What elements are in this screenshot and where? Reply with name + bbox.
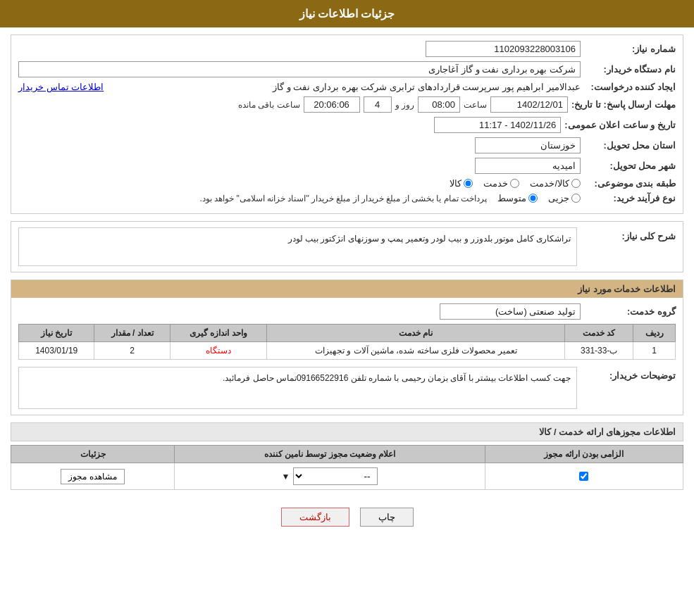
announcement-label: تاریخ و ساعت اعلان عمومی: — [564, 120, 676, 130]
col-date: تاریخ نیاز — [19, 325, 94, 342]
services-body: گروه خدمت: تولید صنعتی (ساخت) ردیف کد خد… — [11, 298, 683, 415]
permits-section: الزامی بودن ارائه مجوز اعلام وضعیت مجوز … — [11, 445, 683, 490]
description-value: تراشکاری کامل موتور بلدوزر و بیب لودر وت… — [18, 227, 577, 266]
category-option-kala[interactable]: کالا — [450, 178, 473, 189]
requester-row: ایجاد کننده درخواست: عبدالامیر ابراهیم پ… — [18, 82, 676, 92]
description-body: شرح کلی نیاز: تراشکاری کامل موتور بلدوزر… — [11, 222, 683, 272]
permit-status-select[interactable]: -- — [293, 467, 378, 485]
category-option-kala-khedmat[interactable]: کالا/خدمت — [530, 178, 581, 189]
buyer-dept-label: نام دستگاه خریدار: — [584, 64, 676, 75]
main-content: شماره نیاز: 1102093228003106 نام دستگاه … — [0, 27, 694, 548]
deadline-label: مهلت ارسال پاسخ: تا تاریخ: — [571, 99, 676, 110]
category-radio-khedmat[interactable] — [510, 179, 519, 188]
permit-required-checkbox-wrapper — [491, 472, 677, 481]
purchase-type-radio-jozii[interactable] — [571, 194, 581, 203]
services-header: اطلاعات خدمات مورد نیاز — [11, 280, 683, 298]
permits-title-bar: اطلاعات مجوزهای ارائه خدمت / کالا — [11, 422, 683, 441]
province-row: استان محل تحویل: خوزستان — [18, 137, 676, 153]
row-num: 1 — [633, 342, 676, 360]
main-info-card: شماره نیاز: 1102093228003106 نام دستگاه … — [11, 34, 683, 214]
row-service-name: تعمیر محصولات فلزی ساخته شده، ماشین آلات… — [267, 342, 565, 360]
purchase-type-option-motevaset[interactable]: متوسط — [497, 193, 538, 203]
row-code: ب-33-331 — [565, 342, 633, 360]
requester-label: ایجاد کننده درخواست: — [584, 82, 676, 92]
need-number-value: 1102093228003106 — [426, 41, 581, 57]
col-qty: تعداد / مقدار — [94, 325, 170, 342]
services-table: ردیف کد خدمت نام خدمت واحد اندازه گیری ت… — [18, 324, 676, 360]
purchase-type-label-motevaset: متوسط — [497, 193, 526, 203]
deadline-remaining: 20:06:06 — [304, 96, 360, 113]
row-qty: 2 — [94, 342, 170, 360]
purchase-type-radio-group: جزیی متوسط — [497, 193, 581, 203]
page-wrapper: جزئیات اطلاعات نیاز شماره نیاز: 11020932… — [0, 0, 694, 616]
category-radio-kala[interactable] — [464, 179, 473, 188]
back-button[interactable]: بازگشت — [281, 508, 349, 527]
page-title: جزئیات اطلاعات نیاز — [299, 8, 395, 20]
permits-table: الزامی بودن ارائه مجوز اعلام وضعیت مجوز … — [11, 445, 683, 490]
description-label: شرح کلی نیاز: — [584, 227, 676, 241]
notes-label: توضیحات خریدار: — [584, 367, 676, 381]
purchase-type-note: پرداخت تمام یا بخشی از مبلغ خریدار از مب… — [199, 194, 487, 203]
province-value: خوزستان — [475, 137, 581, 153]
main-info-body: شماره نیاز: 1102093228003106 نام دستگاه … — [11, 35, 683, 213]
buyer-dept-value: شرکت بهره برداری نفت و گاز آغاجاری — [18, 61, 581, 77]
permit-details-cell: مشاهده مجوز — [11, 463, 175, 490]
deadline-days-label: روز و — [395, 100, 414, 110]
deadline-time-label: ساعت — [464, 100, 487, 110]
announcement-row: تاریخ و ساعت اعلان عمومی: 1402/11/26 - 1… — [18, 117, 676, 133]
category-radio-group: کالا/خدمت خدمت کالا — [450, 178, 581, 189]
service-group-row: گروه خدمت: تولید صنعتی (ساخت) — [18, 303, 676, 320]
purchase-type-row: نوع فرآیند خرید: جزیی متوسط پرداخت تمام … — [18, 193, 676, 203]
col-name: نام خدمت — [267, 325, 565, 342]
deadline-date: 1402/12/01 — [490, 96, 568, 113]
category-label-kala: کالا — [450, 178, 461, 189]
notes-row: توضیحات خریدار: جهت کسب اطلاعات بیشتر با… — [18, 367, 676, 409]
city-value: امیدیه — [475, 158, 581, 174]
category-radio-kala-khedmat[interactable] — [571, 179, 581, 188]
row-date: 1403/01/19 — [19, 342, 94, 360]
category-label-khedmat: خدمت — [483, 178, 508, 189]
col-row-num: ردیف — [633, 325, 676, 342]
purchase-type-label-jozii: جزیی — [548, 193, 569, 203]
city-label: شهر محل تحویل: — [584, 161, 676, 171]
purchase-type-label: نوع فرآیند خرید: — [584, 193, 676, 203]
permit-status-cell: -- ▼ — [175, 463, 485, 490]
requester-contact-link[interactable]: اطلاعات تماس خریدار — [18, 82, 104, 92]
deadline-row: مهلت ارسال پاسخ: تا تاریخ: 1402/12/01 سا… — [18, 96, 676, 113]
permit-view-button[interactable]: مشاهده مجوز — [61, 469, 124, 484]
purchase-type-radio-motevaset[interactable] — [528, 194, 538, 203]
print-button[interactable]: چاپ — [360, 508, 414, 527]
service-group-label: گروه خدمت: — [584, 306, 676, 317]
need-number-row: شماره نیاز: 1102093228003106 — [18, 41, 676, 57]
permit-required-cell — [485, 463, 683, 490]
services-card: اطلاعات خدمات مورد نیاز گروه خدمت: تولید… — [11, 279, 683, 415]
announcement-value: 1402/11/26 - 11:17 — [434, 117, 561, 133]
category-label: طبقه بندی موضوعی: — [584, 178, 676, 189]
city-row: شهر محل تحویل: امیدیه — [18, 158, 676, 174]
page-header: جزئیات اطلاعات نیاز — [0, 0, 694, 27]
category-label-kala-khedmat: کالا/خدمت — [530, 178, 569, 189]
purchase-type-option-jozii[interactable]: جزیی — [548, 193, 581, 203]
deadline-time: 08:00 — [418, 96, 460, 113]
province-label: استان محل تحویل: — [584, 140, 676, 151]
category-option-khedmat[interactable]: خدمت — [483, 178, 519, 189]
permit-status-inner: -- ▼ — [180, 467, 479, 485]
permit-col-required: الزامی بودن ارائه مجوز — [485, 446, 683, 463]
table-row: 1 ب-33-331 تعمیر محصولات فلزی ساخته شده،… — [19, 342, 676, 360]
requester-value: عبدالامیر ابراهیم پور سرپرست قراردادهای … — [111, 82, 581, 92]
notes-value: جهت کسب اطلاعات بیشتر با آقای بزمان رحیم… — [18, 367, 577, 409]
permit-dropdown-icon: ▼ — [282, 472, 290, 482]
description-card: شرح کلی نیاز: تراشکاری کامل موتور بلدوزر… — [11, 221, 683, 272]
deadline-remaining-label: ساعت باقی مانده — [238, 100, 300, 110]
col-unit: واحد اندازه گیری — [170, 325, 267, 342]
permit-required-checkbox[interactable] — [579, 472, 588, 481]
permit-col-details: جزئیات — [11, 446, 175, 463]
col-code: کد خدمت — [565, 325, 633, 342]
permit-col-status: اعلام وضعیت مجوز توسط نامین کننده — [175, 446, 485, 463]
buyer-dept-row: نام دستگاه خریدار: شرکت بهره برداری نفت … — [18, 61, 676, 77]
row-unit: دستگاه — [170, 342, 267, 360]
footer-buttons: چاپ بازگشت — [11, 497, 683, 541]
service-group-value: تولید صنعتی (ساخت) — [440, 303, 581, 320]
category-row: طبقه بندی موضوعی: کالا/خدمت خدمت کالا — [18, 178, 676, 189]
need-number-label: شماره نیاز: — [584, 44, 676, 54]
